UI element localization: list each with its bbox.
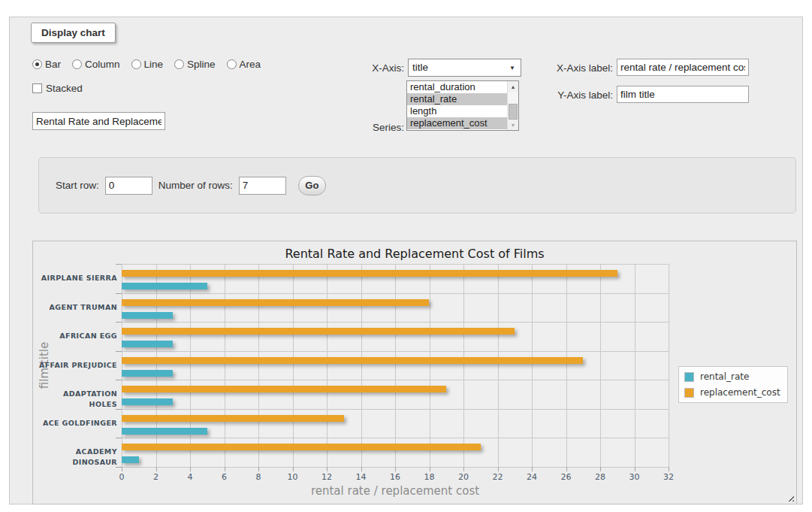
scroll-down-icon[interactable]: ▼ — [508, 120, 518, 130]
x-tick-label: 8 — [243, 472, 273, 482]
x-tick-label: 14 — [346, 472, 376, 482]
axis-tick — [669, 467, 669, 471]
gridline — [122, 351, 669, 352]
legend-swatch — [684, 388, 694, 398]
bar-replacement_cost — [122, 328, 515, 335]
axis-tick — [116, 293, 122, 294]
legend-label: rental_rate — [700, 371, 749, 382]
x-tick-label: 10 — [278, 472, 308, 482]
scrollbar-thumb[interactable] — [509, 104, 518, 120]
chart-title: Rental Rate and Replacement Cost of Film… — [33, 247, 796, 261]
x-tick-label: 28 — [585, 472, 615, 482]
axis-tick — [293, 467, 294, 471]
legend-swatch — [684, 372, 694, 382]
axis-tick — [225, 467, 225, 471]
y-axis-label-input[interactable] — [617, 86, 749, 103]
axis-tick — [116, 264, 122, 265]
radio-label[interactable]: Bar — [45, 59, 61, 70]
series-option-rental_rate[interactable]: rental_rate — [407, 93, 507, 105]
bar-replacement_cost — [122, 270, 617, 277]
series-options: rental_durationrental_ratelengthreplacem… — [407, 81, 507, 130]
gridline — [190, 264, 191, 467]
start-row-input[interactable] — [105, 177, 152, 195]
row-controls-panel: Start row: Number of rows: Go — [38, 157, 796, 214]
radio-label[interactable]: Area — [240, 59, 261, 70]
chart-type-radio-bar[interactable]: Bar — [32, 59, 61, 70]
axis-tick — [122, 467, 122, 471]
category-label: AIRPLANE SIERRA — [33, 273, 117, 283]
axis-tick — [463, 467, 464, 471]
bar-replacement_cost — [122, 444, 481, 450]
radio-label[interactable]: Column — [85, 59, 120, 70]
x-axis-select[interactable]: title ▼ — [408, 59, 521, 77]
x-axis-label-field-label: X-Axis label: — [545, 62, 613, 74]
chart-legend: rental_ratereplacement_cost — [678, 366, 788, 403]
category-label: AGENT TRUMAN — [33, 302, 117, 313]
number-of-rows-input[interactable] — [239, 177, 286, 195]
bar-rental_rate — [122, 341, 173, 347]
legend-item-rental_rate: rental_rate — [684, 371, 780, 382]
axis-tick — [635, 467, 635, 471]
gridline — [122, 264, 669, 265]
bar-replacement_cost — [122, 415, 344, 422]
series-option-replacement_cost[interactable]: replacement_cost — [407, 117, 507, 129]
x-tick-label: 4 — [175, 472, 205, 482]
x-tick-label: 20 — [448, 472, 478, 482]
axis-tick — [116, 322, 122, 323]
gridline — [156, 264, 157, 467]
legend-item-replacement_cost: replacement_cost — [684, 387, 780, 398]
chart-type-radio-spline[interactable]: Spline — [174, 59, 216, 70]
bar-rental_rate — [122, 283, 207, 289]
series-scrollbar[interactable]: ▲ ▼ — [507, 81, 518, 130]
x-tick-label: 12 — [312, 472, 342, 482]
gridline — [566, 264, 567, 467]
x-tick-label: 18 — [415, 472, 445, 482]
chart-type-radio-column[interactable]: Column — [72, 59, 120, 70]
axis-tick — [116, 351, 122, 352]
bar-rental_rate — [122, 312, 173, 319]
gridline — [635, 264, 635, 467]
legend-label: replacement_cost — [700, 387, 780, 398]
gridline — [395, 264, 396, 467]
axis-tick — [116, 438, 122, 438]
axis-tick — [258, 467, 259, 471]
axis-tick — [395, 467, 396, 471]
scroll-up-icon[interactable]: ▲ — [508, 81, 518, 92]
stacked-checkbox[interactable] — [32, 83, 42, 93]
axis-tick — [327, 467, 328, 471]
radio-label[interactable]: Line — [144, 59, 164, 70]
series-listbox[interactable]: rental_durationrental_ratelengthreplacem… — [406, 80, 519, 131]
series-option-rental_duration[interactable]: rental_duration — [407, 81, 507, 93]
chart-type-radio-area[interactable]: Area — [227, 59, 261, 70]
chart-type-radio-line[interactable]: Line — [131, 59, 164, 70]
x-tick-label: 24 — [517, 472, 547, 482]
x-axis-selected-value: title — [412, 62, 428, 73]
x-tick-label: 32 — [654, 472, 684, 482]
radio-label[interactable]: Spline — [187, 59, 216, 70]
radio-icon[interactable] — [72, 59, 82, 69]
chart-title-input[interactable] — [32, 112, 165, 130]
bar-replacement_cost — [122, 357, 583, 364]
gridline — [122, 380, 669, 380]
chart-type-radio-group: BarColumnLineSplineArea — [32, 59, 267, 70]
x-axis-label-input[interactable] — [617, 59, 749, 76]
radio-icon[interactable] — [227, 59, 237, 69]
bar-rental_rate — [122, 370, 173, 377]
resize-handle-icon[interactable] — [786, 493, 794, 501]
stacked-label[interactable]: Stacked — [46, 83, 83, 94]
series-option-length[interactable]: length — [407, 105, 507, 117]
radio-icon[interactable] — [131, 59, 141, 69]
radio-icon[interactable] — [32, 59, 42, 69]
axis-tick — [600, 467, 601, 471]
x-tick-label: 22 — [483, 472, 513, 482]
gridline — [225, 264, 225, 467]
radio-icon[interactable] — [174, 59, 184, 69]
x-tick-label: 2 — [141, 472, 171, 482]
category-label: AFFAIR PREJUDICE — [33, 360, 117, 371]
axis-tick — [498, 467, 499, 471]
x-tick-label: 6 — [210, 472, 240, 482]
stacked-checkbox-row[interactable]: Stacked — [32, 83, 83, 94]
go-button[interactable]: Go — [298, 176, 326, 195]
category-label: AFRICAN EGG — [33, 331, 117, 341]
scrollbar-track[interactable] — [508, 92, 518, 120]
